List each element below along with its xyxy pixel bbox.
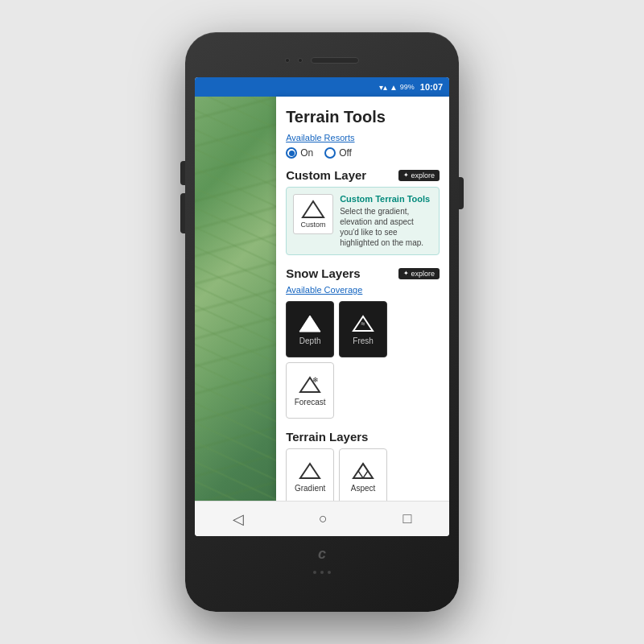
terrain-layers-title: Terrain Layers	[286, 430, 368, 444]
panel-title: Terrain Tools	[286, 108, 440, 126]
svg-text:❄: ❄	[312, 376, 319, 384]
volume-up-button[interactable]	[180, 161, 185, 185]
custom-icon-label: Custom	[301, 221, 326, 229]
terrain-layers-header: Terrain Layers	[286, 430, 440, 444]
phone-shell: ▾▴ ▲ 99% 10:07 Terrain Tools Available R…	[185, 32, 459, 612]
wifi-icon: ▾▴	[379, 83, 387, 92]
custom-card-text: Custom Terrain Tools Select the gradient…	[340, 194, 432, 248]
signal-icon: ▲	[390, 83, 398, 92]
snow-layers-title: Snow Layers	[286, 266, 361, 280]
dot-2	[320, 571, 324, 574]
brand-logo: c	[318, 546, 326, 563]
custom-icon-box: Custom	[293, 194, 333, 234]
gradient-mountain-icon	[298, 461, 322, 481]
custom-terrain-card[interactable]: Custom Custom Terrain Tools Select the g…	[286, 187, 440, 255]
svg-marker-6	[300, 464, 320, 478]
dot-3	[328, 571, 331, 574]
snow-tiles-grid: Depth ≈ Fresh ❄ Forecast	[286, 301, 440, 419]
back-button[interactable]: ◁	[233, 510, 244, 528]
phone-bottom: c	[195, 536, 449, 583]
home-button[interactable]: ○	[319, 510, 328, 527]
phone-top	[195, 43, 449, 77]
depth-mountain-icon	[298, 314, 322, 333]
gradient-tile[interactable]: Gradient	[286, 448, 334, 501]
dot-1	[313, 571, 316, 574]
depth-label: Depth	[299, 336, 321, 345]
radio-off-circle[interactable]	[324, 147, 336, 159]
speaker-grille	[311, 57, 359, 64]
phone-screen: ▾▴ ▲ 99% 10:07 Terrain Tools Available R…	[195, 77, 449, 536]
explore-badge-custom[interactable]: explore	[398, 170, 440, 181]
volume-down-button[interactable]	[180, 193, 185, 233]
svg-marker-8	[358, 464, 368, 478]
explore-badge-snow[interactable]: explore	[398, 268, 440, 279]
power-button[interactable]	[459, 177, 464, 209]
battery-indicator: 99%	[400, 83, 415, 91]
on-off-toggle: On Off	[286, 147, 440, 159]
aspect-tile[interactable]: Aspect	[339, 448, 387, 501]
terrain-tools-panel: Terrain Tools Available Resorts On Off C…	[276, 97, 449, 501]
aspect-label: Aspect	[351, 484, 376, 493]
forecast-label: Forecast	[295, 398, 326, 407]
status-time: 10:07	[420, 82, 443, 92]
custom-card-title: Custom Terrain Tools	[340, 194, 432, 204]
status-icons: ▾▴ ▲ 99% 10:07	[379, 82, 443, 92]
radio-on-label: On	[300, 147, 313, 159]
snow-layers-header: Snow Layers explore	[286, 266, 440, 280]
camera-dot-left	[285, 58, 290, 63]
svg-marker-1	[299, 316, 320, 332]
forecast-mountain-icon: ❄	[298, 375, 322, 394]
terrain-tiles-grid: Gradient Aspect Elevation	[286, 448, 440, 501]
svg-text:≈: ≈	[361, 320, 365, 328]
camera-dot-right	[298, 58, 303, 63]
radio-on-circle[interactable]	[286, 147, 297, 159]
aspect-mountain-icon	[351, 461, 375, 481]
custom-mountain-icon	[301, 200, 325, 219]
fresh-mountain-icon: ≈	[351, 314, 375, 333]
radio-off-label: Off	[339, 147, 352, 159]
gradient-label: Gradient	[295, 484, 325, 493]
fresh-label: Fresh	[353, 336, 374, 345]
fresh-tile[interactable]: ≈ Fresh	[339, 301, 387, 357]
radio-off[interactable]: Off	[324, 147, 352, 159]
status-bar: ▾▴ ▲ 99% 10:07	[195, 77, 449, 97]
indicator-dots	[313, 571, 331, 574]
depth-tile[interactable]: Depth	[286, 301, 334, 357]
explore-label: explore	[411, 171, 435, 180]
svg-marker-0	[303, 201, 324, 217]
radio-on[interactable]: On	[286, 147, 313, 159]
custom-layer-header: Custom Layer explore	[286, 168, 440, 182]
svg-marker-7	[353, 464, 373, 478]
recent-apps-button[interactable]: □	[402, 510, 411, 527]
forecast-tile[interactable]: ❄ Forecast	[286, 362, 334, 419]
available-resorts-link[interactable]: Available Resorts	[286, 133, 440, 142]
explore-snow-label: explore	[411, 270, 435, 278]
available-coverage-link[interactable]: Available Coverage	[286, 285, 440, 295]
custom-card-desc: Select the gradient, elevation and aspec…	[340, 206, 432, 248]
custom-layer-title: Custom Layer	[286, 168, 366, 182]
navigation-bar: ◁ ○ □	[195, 501, 449, 536]
